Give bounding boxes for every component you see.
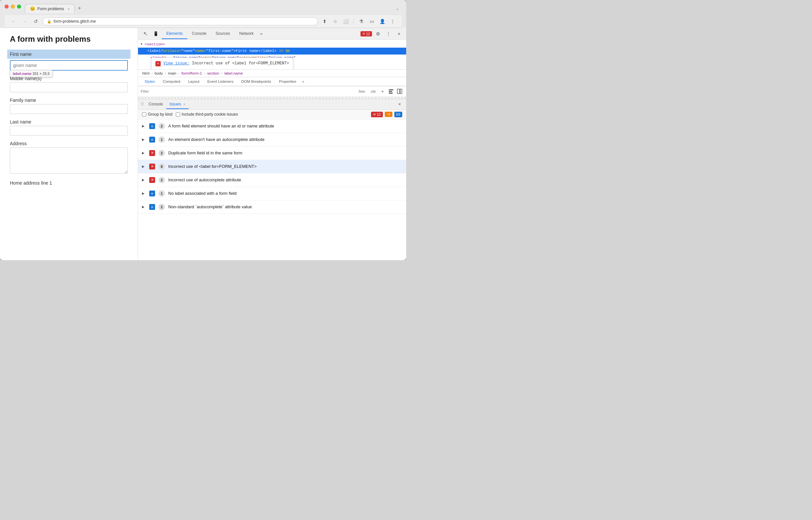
form-input-middlename[interactable]: [10, 82, 128, 92]
form-input-familyname[interactable]: [10, 104, 128, 114]
maximize-button[interactable]: [17, 5, 21, 8]
issue-text-0: A form field element should have an id o…: [168, 124, 274, 128]
more-button[interactable]: ⋮: [388, 17, 397, 26]
form-input-firstname[interactable]: [10, 60, 128, 71]
url-bar[interactable]: 🔒 form-problems.glitch.me: [43, 18, 318, 25]
page-content: label.name 331 × 25.5 A form with proble…: [0, 28, 138, 260]
share-button[interactable]: ⬆: [321, 17, 329, 26]
bottom-panel-close-button[interactable]: ×: [396, 100, 404, 108]
subtab-styles[interactable]: Styles: [141, 77, 159, 86]
issue-arrow-3: ▶: [142, 164, 146, 168]
toggle-element-state-button[interactable]: [387, 87, 395, 95]
warning-badge-count: 0: [388, 112, 390, 116]
bc-html[interactable]: html: [141, 71, 151, 76]
svg-rect-0: [389, 89, 394, 90]
issue-row-3[interactable]: ▶ ✕ 8 Incorrect use of <label for=FORM_E…: [138, 160, 406, 174]
hov-button[interactable]: :hov: [356, 88, 367, 94]
bc-form[interactable]: form#form-1: [180, 71, 204, 76]
issue-row-4[interactable]: ▶ ✕ 2 Incorrect use of autocomplete attr…: [138, 174, 406, 187]
refresh-button[interactable]: ↺: [31, 17, 40, 26]
back-button[interactable]: ←: [9, 17, 18, 26]
subtab-event-listeners[interactable]: Event Listeners: [203, 77, 237, 86]
sideview-button[interactable]: ▭: [367, 17, 376, 26]
dom-arrow: ▼: [141, 42, 144, 47]
issue-icon-5: ≡: [149, 190, 155, 197]
svg-rect-2: [389, 93, 393, 94]
tab-console[interactable]: Console: [187, 29, 211, 39]
form-textarea-address[interactable]: [10, 148, 128, 174]
subtab-computed[interactable]: Computed: [159, 77, 184, 86]
cls-button[interactable]: .cls: [368, 88, 378, 94]
minimize-button[interactable]: [11, 5, 15, 8]
subtab-layout[interactable]: Layout: [184, 77, 203, 86]
devtools-more-button[interactable]: ⋮: [384, 29, 393, 38]
main-area: label.name 331 × 25.5 A form with proble…: [0, 28, 406, 260]
svg-rect-1: [389, 91, 392, 92]
tab-bar: 😐 Form problems × + ˅: [25, 3, 402, 13]
error-icon: ✕: [362, 32, 365, 35]
third-party-checkbox[interactable]: [176, 112, 180, 116]
issue-arrow-2: ▶: [142, 151, 146, 155]
tab-elements[interactable]: Elements: [162, 29, 187, 39]
bookmark-button[interactable]: ☆: [331, 17, 339, 26]
issue-icon-4: ✕: [149, 177, 155, 183]
filter-input[interactable]: [141, 89, 354, 93]
tab-sources[interactable]: Sources: [211, 29, 235, 39]
view-issue-link[interactable]: View issue:: [163, 60, 189, 67]
issue-text-4: Incorrect use of autocomplete attribute: [168, 177, 241, 182]
profile-button[interactable]: 👤: [378, 17, 386, 26]
tab-list-button[interactable]: ˅: [84, 8, 402, 13]
bottom-tab-console[interactable]: Console: [145, 100, 166, 109]
issue-row-5[interactable]: ▶ ≡ 1 No label associated with a form fi…: [138, 187, 406, 200]
devtools-toolbar: ↖ 📱 Elements Console Sources Network: [138, 28, 406, 40]
inspect-element-button[interactable]: ↖: [141, 29, 150, 38]
form-input-lastname[interactable]: [10, 126, 128, 136]
bc-section[interactable]: section: [206, 71, 221, 76]
device-toolbar-button[interactable]: 📱: [151, 29, 160, 38]
lab-button[interactable]: ⚗: [357, 17, 365, 26]
dom-val-name: "first-name": [206, 48, 234, 54]
subtab-dom-breakpoints[interactable]: DOM Breakpoints: [237, 77, 275, 86]
issue-row-1[interactable]: ▶ ≡ 1 An element doesn't have an autocom…: [138, 133, 406, 147]
extensions-button[interactable]: ⬜: [341, 17, 350, 26]
dom-line-label[interactable]: <label for class= "name" name= "first-na…: [138, 48, 406, 54]
bc-body[interactable]: body: [153, 71, 164, 76]
dom-attr-for: for: [161, 48, 168, 54]
computed-sidebar-button[interactable]: [396, 87, 404, 95]
settings-button[interactable]: ⚙: [373, 29, 382, 38]
more-tabs-button[interactable]: »: [258, 30, 264, 37]
issues-tab-close[interactable]: ×: [183, 103, 185, 106]
bottom-tab-issues[interactable]: Issues ×: [166, 100, 188, 109]
tab-close-button[interactable]: ×: [68, 7, 70, 11]
breadcrumb-bar: html › body › main › form#form-1 › secti…: [138, 70, 406, 77]
issue-row-0[interactable]: ▶ ≡ 2 A form field element should have a…: [138, 120, 406, 133]
issue-row-6[interactable]: ▶ ≡ 2 Non-standard `autocomplete` attrib…: [138, 200, 406, 214]
tab-network[interactable]: Network: [235, 29, 258, 39]
issue-count-6: 2: [158, 204, 165, 210]
form-label-familyname: Family name: [10, 98, 128, 103]
issue-text-5: No label associated with a form field: [168, 191, 236, 196]
active-tab[interactable]: 😐 Form problems ×: [25, 4, 75, 13]
close-button[interactable]: [5, 5, 8, 8]
more-subtabs-button[interactable]: »: [300, 78, 306, 85]
devtools-close-button[interactable]: ×: [394, 29, 404, 38]
bc-main[interactable]: main: [166, 71, 178, 76]
new-tab-button[interactable]: +: [75, 3, 84, 13]
bc-label[interactable]: label.name: [223, 71, 245, 76]
forward-button[interactable]: →: [20, 17, 29, 26]
issue-icon-2: ✕: [149, 150, 155, 156]
issue-count-5: 1: [158, 190, 165, 197]
add-style-rule-button[interactable]: +: [379, 87, 386, 95]
issue-icon-1: ≡: [149, 137, 155, 142]
error-badge: ✕ 12: [360, 31, 372, 36]
subtab-properties[interactable]: Properties: [275, 77, 300, 86]
issue-row-2[interactable]: ▶ ✕ 2 Duplicate form field id in the sam…: [138, 147, 406, 160]
error-issues-badge: ✕ 12: [371, 112, 382, 117]
form-section-middlename: Middle name(s): [10, 76, 128, 92]
dom-line-section[interactable]: ▼ <section>: [138, 41, 406, 48]
group-by-kind-checkbox[interactable]: [142, 112, 146, 116]
page-title: A form with problems: [10, 34, 128, 44]
drag-handle[interactable]: ⠿: [141, 102, 144, 107]
form-section-firstname: First name: [10, 50, 128, 71]
bottom-tabs-bar: ⠿ Console Issues × ×: [138, 99, 406, 110]
